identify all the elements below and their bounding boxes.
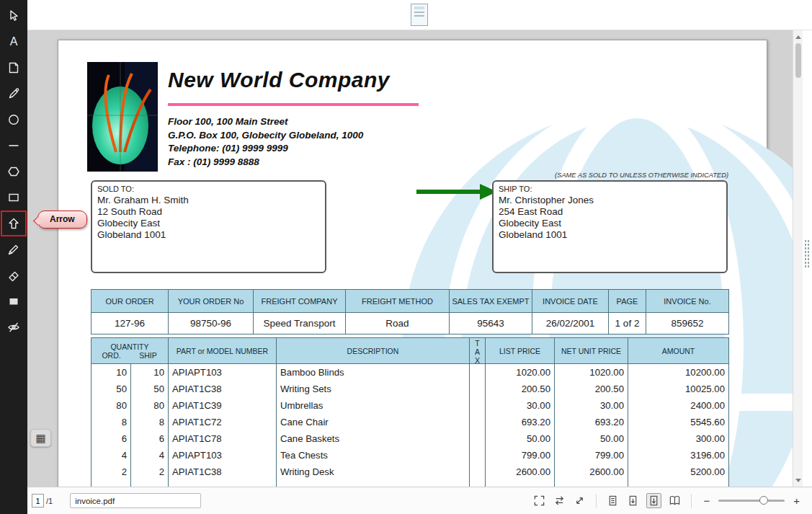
item-ship-cell: 6 — [131, 430, 169, 447]
page-number-input[interactable] — [32, 494, 44, 508]
list-price-header-cell: LIST PRICE — [486, 338, 555, 364]
vertical-scrollbar[interactable] — [793, 30, 803, 487]
item-amount-cell: 10025.00 — [628, 381, 729, 397]
document-viewport[interactable]: New World Company Floor 100, 100 Main St… — [27, 30, 793, 487]
item-ship-cell: 2 — [131, 464, 169, 480]
text-tool-button[interactable]: A — [1, 29, 27, 55]
ship-to-box: SHIP TO: Mr. Christopher Jones 254 East … — [492, 180, 728, 273]
arrow-tool-button[interactable] — [1, 211, 27, 236]
page-thumbnail-icon[interactable] — [411, 4, 428, 26]
item-list-price-cell: 50.00 — [486, 430, 555, 447]
single-page-view-button[interactable] — [606, 494, 620, 508]
order-header-cell: INVOICE No. — [646, 290, 729, 313]
filled-rectangle-tool-button[interactable] — [1, 288, 27, 314]
ship-to-note: (SAME AS SOLD TO UNLESS OTHERWISE INDICA… — [439, 172, 728, 179]
order-value-cell: 1 of 2 — [609, 313, 646, 334]
item-ord-cell: 50 — [92, 381, 131, 397]
ship-label: SHIP — [130, 351, 166, 360]
scrollbar-thumb[interactable] — [795, 43, 801, 78]
order-value-cell: Road — [346, 313, 450, 334]
filename-input[interactable] — [70, 493, 201, 508]
item-description-cell: Cane Chair — [277, 414, 470, 430]
ord-label: ORD. — [93, 351, 130, 360]
zoom-slider[interactable] — [718, 500, 785, 502]
company-address: Floor 100, 100 Main Street G.P.O. Box 10… — [168, 115, 363, 169]
item-tax-cell — [470, 430, 486, 447]
invoice-item-row: 8 8 APIAT1C72 Cane Chair 693.20 693.20 5… — [92, 414, 729, 430]
pencil-tool-button[interactable] — [1, 236, 27, 262]
fit-page-button[interactable] — [532, 494, 546, 508]
note-tool-button[interactable] — [1, 55, 27, 81]
ship-to-line: Globecity East — [499, 218, 726, 229]
invoice-item-row: 50 50 APIAT1C38 Writing Sets 200.50 200.… — [92, 381, 729, 397]
scrolling-page-view-button[interactable] — [626, 494, 640, 508]
ellipse-tool-button[interactable] — [1, 107, 27, 133]
item-list-price-cell: 693.20 — [486, 414, 555, 430]
polygon-tool-button[interactable] — [1, 159, 27, 185]
item-part-cell: APIAPT103 — [169, 364, 277, 381]
two-page-view-button[interactable] — [668, 494, 682, 508]
amount-header-cell: AMOUNT — [628, 338, 729, 364]
eraser-tool-button[interactable] — [1, 262, 27, 288]
scroll-up-button[interactable] — [793, 32, 803, 42]
item-amount-cell: 2400.00 — [628, 397, 729, 414]
item-tax-cell — [470, 447, 486, 464]
item-ord-cell: 80 — [92, 397, 131, 414]
company-name: New World Company — [168, 68, 390, 92]
select-tool-button[interactable] — [1, 3, 27, 29]
green-arrow-annotation[interactable] — [416, 184, 499, 200]
address-line: Floor 100, 100 Main Street — [168, 115, 363, 129]
fit-width-button[interactable] — [553, 494, 566, 508]
page-scroll-icon — [627, 495, 639, 507]
invoice-items-table: QUANTITY ORD. SHIP PART or MODEL NUMBER … — [91, 337, 729, 487]
line-tool-button[interactable] — [1, 133, 27, 159]
pen-tool-button[interactable] — [1, 81, 27, 107]
line-icon — [7, 139, 20, 152]
invoice-item-row: 4 4 APIAPT103 Tea Chests 799.00 799.00 3… — [92, 447, 729, 464]
item-tax-cell — [470, 364, 486, 381]
triangle-up-icon — [795, 35, 801, 39]
continuous-view-button[interactable] — [646, 493, 661, 508]
panel-resize-gripper[interactable] — [804, 239, 811, 268]
item-description-cell: Tea Chests — [277, 447, 470, 464]
item-net-unit-cell: 30.00 — [555, 397, 628, 414]
order-header-cell: FREIGHT COMPANY — [254, 290, 346, 313]
address-line: Telephone: (01) 9999 9999 — [168, 142, 363, 156]
order-header-row: OUR ORDER YOUR ORDER No FREIGHT COMPANY … — [92, 290, 729, 313]
pdf-page: New World Company Floor 100, 100 Main St… — [58, 40, 767, 487]
grid-toggle-button[interactable]: ▦ — [30, 429, 51, 447]
item-list-price-cell: 799.00 — [486, 447, 555, 464]
item-net-unit-cell: 200.50 — [555, 381, 628, 397]
item-list-price-cell: 30.00 — [486, 397, 555, 414]
item-net-unit-cell: 1020.00 — [555, 364, 628, 381]
arrow-shaft — [416, 190, 481, 194]
expand-button[interactable] — [573, 494, 586, 508]
rectangle-tool-button[interactable] — [1, 185, 27, 211]
pencil-icon — [7, 243, 20, 256]
item-part-cell: APIAT1C38 — [169, 381, 277, 397]
zoom-in-button[interactable]: + — [791, 495, 802, 507]
eye-off-icon — [7, 321, 20, 334]
address-line: Fax : (01) 9999 8888 — [168, 156, 363, 169]
invoice-item-row: 10 10 APIAPT103 Bamboo Blinds 1020.00 10… — [92, 364, 729, 381]
title-underline — [168, 103, 419, 106]
hide-annotations-tool-button[interactable] — [1, 314, 27, 340]
part-header-cell: PART or MODEL NUMBER — [169, 338, 277, 364]
item-ord-cell: 2 — [92, 464, 131, 480]
order-value-cell: 98750-96 — [169, 313, 254, 334]
item-net-unit-cell: 50.00 — [555, 430, 628, 447]
item-amount-cell: 5200.00 — [628, 464, 729, 480]
item-net-unit-cell: 2600.00 — [555, 464, 628, 480]
zoom-out-button[interactable]: − — [701, 495, 712, 507]
thumbnail-band — [414, 6, 424, 9]
item-tax-cell — [470, 414, 486, 430]
zoom-slider-knob[interactable] — [759, 496, 768, 505]
circle-icon — [7, 113, 20, 126]
sold-to-label: SOLD TO: — [97, 185, 325, 193]
book-icon — [669, 495, 681, 507]
rectangle-icon — [7, 191, 20, 204]
scroll-down-button[interactable] — [793, 475, 803, 485]
item-ord-cell: 6 — [92, 430, 131, 447]
ship-to-line: 254 East Road — [499, 206, 726, 218]
tool-sidebar: A — [0, 0, 27, 514]
